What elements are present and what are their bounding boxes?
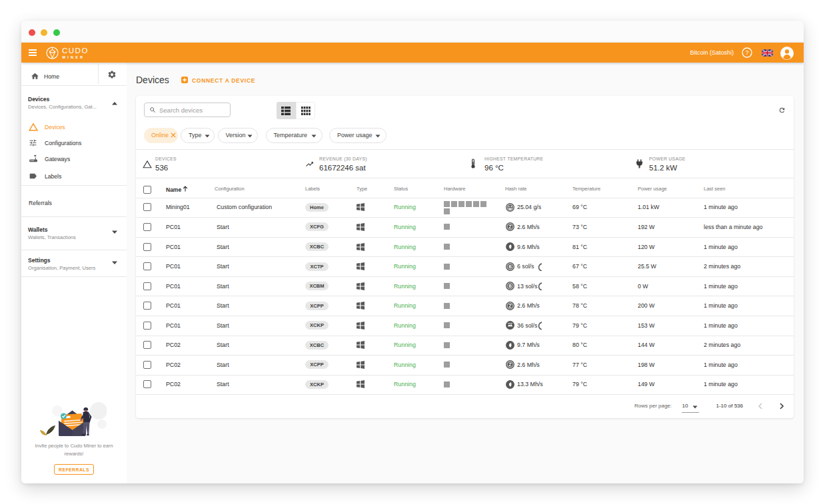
svg-text:?: ?: [745, 49, 748, 56]
svg-text:B: B: [508, 284, 512, 288]
svg-text:B: B: [508, 264, 512, 268]
